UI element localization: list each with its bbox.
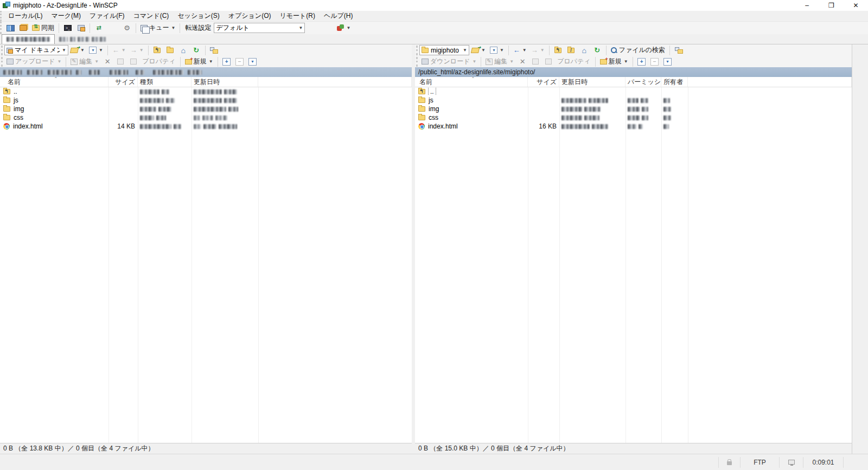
upload-icon	[7, 59, 14, 65]
local-col-type[interactable]: 種類	[138, 77, 192, 87]
chevron-down-icon: ▼	[122, 48, 126, 53]
sync-browsing-icon	[20, 25, 27, 31]
local-home-dir-button[interactable]: ⌂	[177, 45, 190, 55]
restore-button[interactable]: ❐	[819, 0, 844, 11]
menu-help[interactable]: ヘルプ(H)	[320, 11, 358, 21]
synchronize-button[interactable]: 同期	[30, 22, 56, 34]
table-row-index-html[interactable]: index.html 16 KB	[415, 122, 852, 131]
local-select-remove-button[interactable]: −	[233, 56, 246, 67]
table-row-css[interactable]: css	[415, 113, 852, 122]
table-row-img[interactable]: img	[415, 105, 852, 113]
sync-browsing-button[interactable]	[17, 22, 30, 34]
preferences-button[interactable]: ⚙	[120, 22, 133, 34]
table-row-css[interactable]: css	[0, 113, 412, 122]
chevron-down-icon: ▼	[540, 48, 545, 53]
layout-button[interactable]	[4, 22, 17, 34]
remote-delete-button[interactable]: ✕	[516, 56, 529, 67]
session-tab-new[interactable]	[55, 34, 110, 44]
remote-path-bar[interactable]: /public_html/az-designlife.site/migiphot…	[415, 67, 852, 77]
menu-local[interactable]: ローカル(L)	[4, 11, 47, 21]
upload-button[interactable]: アップロード▼	[4, 56, 63, 67]
rename-icon	[117, 59, 124, 65]
remote-new-button[interactable]: 新規▼	[598, 56, 630, 67]
menu-command[interactable]: コマンド(C)	[129, 11, 174, 21]
transfer-settings-select[interactable]: デフォルト ▼	[214, 23, 305, 33]
remote-root-dir-button[interactable]	[565, 45, 578, 55]
folder-up-icon: ↰	[3, 89, 10, 94]
local-forward-button[interactable]: →▼	[128, 45, 146, 55]
local-new-button[interactable]: 新規▼	[183, 56, 215, 67]
local-root-dir-button[interactable]	[164, 45, 177, 55]
local-rename-button[interactable]	[114, 56, 127, 67]
local-col-size[interactable]: サイズ	[108, 77, 138, 87]
protocol-segment[interactable]: FTP	[740, 457, 779, 468]
local-drive-select[interactable]: マイ ドキュメント ▼	[4, 45, 68, 55]
local-path-bar[interactable]	[0, 67, 412, 77]
menu-session[interactable]: セッション(S)	[173, 11, 224, 21]
remote-home-dir-button[interactable]: ⌂	[578, 45, 591, 55]
table-row-js[interactable]: js	[0, 96, 412, 105]
menu-options[interactable]: オプション(O)	[224, 11, 276, 21]
redacted-path	[3, 70, 22, 75]
remote-tree-toggle-button[interactable]	[672, 45, 685, 55]
table-row-img[interactable]: img	[0, 105, 412, 113]
remote-col-permissions[interactable]: パーミッション	[626, 77, 661, 87]
remote-parent-dir-button[interactable]: ↰	[552, 45, 565, 55]
queue-button[interactable]: キュー▼	[138, 22, 177, 34]
table-row-index-html[interactable]: index.html 14 KB	[0, 122, 412, 131]
remote-rename-button[interactable]	[529, 56, 542, 67]
local-col-name[interactable]: 名前⌃	[0, 77, 108, 87]
remote-copy-button[interactable]	[542, 56, 555, 67]
menu-mark[interactable]: マーク(M)	[47, 11, 86, 21]
transfer-mode-button[interactable]: ⇄	[92, 22, 105, 34]
local-delete-button[interactable]: ✕	[101, 56, 114, 67]
remote-open-dir-button[interactable]: ▼	[469, 45, 488, 55]
local-select-filter-button[interactable]: ▼	[246, 56, 259, 67]
local-drive-value: マイ ドキュメント	[15, 46, 60, 55]
table-row-js[interactable]: js	[415, 96, 852, 105]
session-time-segment[interactable]: 0:09:01	[803, 457, 843, 468]
remote-filter-button[interactable]: ▼	[488, 45, 506, 55]
local-refresh-button[interactable]: ↻	[190, 45, 203, 55]
new-session-button[interactable]: ▼	[335, 22, 353, 34]
minimize-button[interactable]: –	[795, 0, 819, 11]
local-col-modified[interactable]: 更新日時	[192, 77, 258, 87]
chevron-down-icon: ▼	[297, 25, 303, 30]
remote-col-modified[interactable]: 更新日時	[559, 77, 626, 87]
remote-col-owner[interactable]: 所有者	[661, 77, 688, 87]
remote-select-filter-button[interactable]: ▼	[661, 56, 674, 67]
remote-select-remove-button[interactable]: −	[648, 56, 661, 67]
encryption-status-segment[interactable]	[718, 457, 740, 468]
session-tab-active[interactable]	[2, 34, 55, 44]
local-copy-button[interactable]	[127, 56, 140, 67]
local-tree-toggle-button[interactable]	[208, 45, 221, 55]
session-generate-button[interactable]	[74, 22, 87, 34]
local-filter-button[interactable]: ▼	[87, 45, 105, 55]
console-button[interactable]: >_	[61, 22, 74, 34]
local-select-add-button[interactable]: +	[220, 56, 233, 67]
remote-col-name[interactable]: 名前⌃	[415, 77, 528, 87]
remote-refresh-button[interactable]: ↻	[591, 45, 604, 55]
remote-back-button[interactable]: ←▼	[511, 45, 529, 55]
local-properties-button[interactable]: プロパティ	[140, 56, 177, 67]
connection-segment[interactable]	[779, 457, 803, 468]
redacted-date	[228, 107, 238, 112]
close-button[interactable]: ✕	[844, 0, 868, 11]
remote-forward-button[interactable]: →▼	[529, 45, 547, 55]
remote-properties-button[interactable]: プロパティ	[555, 56, 592, 67]
local-panel: マイ ドキュメント ▼ ▼ ▼ ←▼ →▼ ↰ ⌂ ↻ アップロード▼	[0, 44, 412, 454]
remote-find-files-button[interactable]: ファイルの検索	[609, 45, 667, 55]
table-row-parent-dir[interactable]: ↰..	[415, 87, 852, 96]
remote-col-size[interactable]: サイズ	[528, 77, 559, 87]
local-edit-button[interactable]: 編集▼	[68, 56, 101, 67]
remote-edit-button[interactable]: 編集▼	[483, 56, 516, 67]
local-parent-dir-button[interactable]: ↰	[151, 45, 164, 55]
menu-remote[interactable]: リモート(R)	[275, 11, 320, 21]
local-open-dir-button[interactable]: ▼	[68, 45, 87, 55]
menu-file[interactable]: ファイル(F)	[85, 11, 129, 21]
remote-drive-select[interactable]: migiphoto ▼	[419, 45, 469, 55]
table-row-parent-dir[interactable]: ↰..	[0, 87, 412, 96]
remote-select-add-button[interactable]: +	[635, 56, 648, 67]
local-back-button[interactable]: ←▼	[110, 45, 128, 55]
download-button[interactable]: ダウンロード▼	[419, 56, 478, 67]
